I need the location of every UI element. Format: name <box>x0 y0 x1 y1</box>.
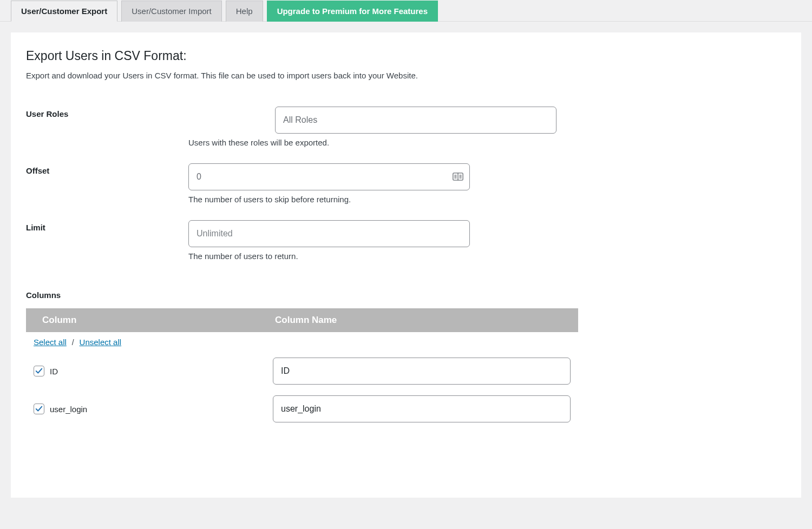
select-all-link[interactable]: Select all <box>34 338 67 347</box>
tab-help[interactable]: Help <box>226 1 263 22</box>
limit-label: Limit <box>26 212 188 269</box>
main-content: Export Users in CSV Format: Export and d… <box>11 32 801 498</box>
table-row: user_login <box>26 390 578 428</box>
tab-upgrade-premium[interactable]: Upgrade to Premium for More Features <box>267 1 438 22</box>
limit-input[interactable] <box>188 220 470 247</box>
column-header-column: Column <box>26 308 265 332</box>
page-title: Export Users in CSV Format: <box>26 49 786 63</box>
offset-help: The number of users to skip before retur… <box>188 195 781 204</box>
offset-label: Offset <box>26 155 188 212</box>
column-name-input[interactable] <box>273 395 571 422</box>
check-icon <box>35 367 43 375</box>
offset-input[interactable] <box>188 163 470 190</box>
user-roles-value: All Roles <box>283 115 317 125</box>
unselect-all-link[interactable]: Unselect all <box>80 338 122 347</box>
column-checkbox[interactable] <box>34 366 44 376</box>
limit-help: The number of users to return. <box>188 252 781 261</box>
check-icon <box>35 405 43 413</box>
table-row: ID <box>26 352 578 390</box>
page-description: Export and download your Users in CSV fo… <box>26 71 786 80</box>
user-roles-label: User Roles <box>26 98 188 155</box>
number-stepper-icon[interactable] <box>453 173 463 181</box>
user-roles-help: Users with these roles will be exported. <box>188 138 781 147</box>
tab-user-import[interactable]: User/Customer Import <box>121 1 222 22</box>
nav-tabs: User/Customer Export User/Customer Impor… <box>0 0 812 22</box>
column-label: user_login <box>50 405 87 414</box>
user-roles-select[interactable]: All Roles <box>275 107 556 134</box>
column-label: ID <box>50 367 58 376</box>
column-header-column-name: Column Name <box>265 308 578 332</box>
columns-section-label: Columns <box>26 290 786 300</box>
column-checkbox[interactable] <box>34 404 44 414</box>
separator: / <box>69 338 77 347</box>
column-name-input[interactable] <box>273 358 571 385</box>
tab-user-export[interactable]: User/Customer Export <box>11 1 117 22</box>
